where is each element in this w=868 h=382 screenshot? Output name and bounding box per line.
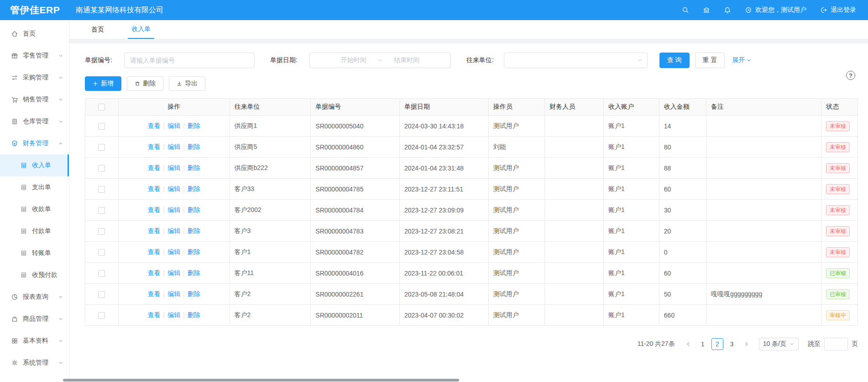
page-number-2-current[interactable]: 2	[711, 338, 723, 350]
view-link[interactable]: 查看	[148, 290, 161, 297]
cell-finance-staff	[545, 158, 604, 179]
logout-button[interactable]: 退出登录	[820, 6, 856, 14]
add-button[interactable]: 新增	[85, 76, 121, 91]
cell-remark	[706, 263, 821, 284]
edit-link[interactable]: 编辑	[167, 122, 180, 129]
horizontal-scrollbar-thumb[interactable]	[63, 379, 459, 382]
view-link[interactable]: 查看	[148, 248, 161, 255]
page-number-1[interactable]: 1	[697, 338, 709, 350]
sidebar-item-warehouse[interactable]: 仓库管理	[0, 111, 69, 133]
row-checkbox[interactable]	[98, 165, 105, 172]
tab-income-bill[interactable]: 收入单	[128, 21, 154, 39]
delete-link[interactable]: 删除	[188, 248, 200, 255]
delete-link[interactable]: 删除	[188, 143, 200, 150]
cell-partner: 供应商5	[230, 137, 311, 158]
sidebar-subitem-receipt-bill[interactable]: 收款单	[0, 198, 69, 220]
sidebar-subitem-transfer-bill[interactable]: 转账单	[0, 242, 69, 264]
delete-link[interactable]: 删除	[188, 164, 200, 171]
row-checkbox[interactable]	[98, 186, 105, 193]
shopping-bag-icon	[11, 315, 18, 323]
sidebar-item-reports[interactable]: 报表查询	[0, 286, 69, 308]
delete-link[interactable]: 删除	[188, 311, 200, 318]
sidebar-item-sales[interactable]: 销售管理	[0, 89, 69, 111]
sidebar-item-goods[interactable]: 商品管理	[0, 308, 69, 330]
document-icon	[20, 184, 27, 191]
view-link[interactable]: 查看	[148, 143, 161, 150]
view-link[interactable]: 查看	[148, 185, 161, 192]
sidebar-item-home[interactable]: 首页	[0, 23, 69, 45]
row-checkbox[interactable]	[98, 123, 105, 130]
partner-label: 往来单位:	[466, 56, 494, 64]
view-link[interactable]: 查看	[148, 227, 161, 234]
tab-home[interactable]: 首页	[88, 21, 108, 39]
cell-account: 账户1	[603, 158, 659, 179]
sidebar-item-system[interactable]: 系统管理	[0, 352, 69, 374]
delete-button[interactable]: 删除	[127, 76, 163, 91]
help-icon[interactable]: ?	[846, 71, 855, 80]
delete-link[interactable]: 删除	[188, 206, 200, 213]
edit-link[interactable]: 编辑	[167, 185, 180, 192]
edit-link[interactable]: 编辑	[167, 290, 180, 297]
edit-link[interactable]: 编辑	[167, 311, 180, 318]
row-checkbox[interactable]	[98, 144, 105, 151]
cell-account: 账户1	[603, 221, 659, 242]
view-link[interactable]: 查看	[148, 269, 161, 276]
expand-filters-link[interactable]: 展开	[732, 56, 752, 64]
sidebar-item-retail[interactable]: 零售管理	[0, 45, 69, 67]
cell-amount: 60	[659, 179, 706, 200]
view-link[interactable]: 查看	[148, 311, 161, 318]
page-size-select[interactable]: 10 条/页	[759, 338, 799, 350]
date-range-picker[interactable]: 开始时间 ~ 结束时间	[309, 53, 451, 68]
export-button[interactable]: 导出	[169, 76, 205, 91]
row-checkbox[interactable]	[98, 249, 105, 256]
chevron-right-icon	[744, 341, 749, 347]
sidebar-subitem-advance-payment[interactable]: 收预付款	[0, 264, 69, 286]
edit-link[interactable]: 编辑	[167, 269, 180, 276]
filter-bar: 单据编号: 单据日期: 开始时间 ~ 结束时间 往来单位: 查 询 重 置 展开	[85, 53, 858, 68]
delete-link[interactable]: 删除	[188, 227, 200, 234]
row-checkbox[interactable]	[98, 291, 105, 298]
row-checkbox[interactable]	[98, 312, 105, 319]
select-all-checkbox[interactable]	[98, 104, 105, 111]
sidebar-subitem-payment-bill[interactable]: 付款单	[0, 220, 69, 242]
delete-link[interactable]: 删除	[188, 122, 200, 129]
welcome-user[interactable]: 欢迎您，测试用户	[745, 6, 806, 14]
horizontal-scrollbar-track	[69, 378, 868, 382]
edit-link[interactable]: 编辑	[167, 206, 180, 213]
view-link[interactable]: 查看	[148, 206, 161, 213]
edit-link[interactable]: 编辑	[167, 227, 180, 234]
sidebar-subitem-expense-bill[interactable]: 支出单	[0, 176, 69, 198]
bank-icon[interactable]	[703, 6, 710, 14]
bill-no-input[interactable]	[124, 53, 255, 68]
col-header-partner: 往来单位	[230, 99, 311, 116]
partner-select[interactable]	[504, 53, 648, 68]
row-checkbox[interactable]	[98, 207, 105, 214]
view-link[interactable]: 查看	[148, 122, 161, 129]
page-number-3[interactable]: 3	[726, 338, 738, 350]
sidebar-item-purchase[interactable]: 采购管理	[0, 67, 69, 89]
edit-link[interactable]: 编辑	[167, 164, 180, 171]
delete-link[interactable]: 删除	[188, 269, 200, 276]
prev-page-button[interactable]	[682, 338, 694, 350]
cell-operator: 测试用户	[488, 200, 545, 221]
divider	[69, 39, 868, 43]
edit-link[interactable]: 编辑	[167, 248, 180, 255]
search-button[interactable]: 查 询	[659, 53, 690, 68]
jump-page-input[interactable]	[824, 338, 848, 350]
search-icon[interactable]	[682, 6, 689, 14]
cell-account: 账户1	[603, 137, 659, 158]
cell-bill-date: 2023-12-27 23:04:58	[400, 242, 489, 263]
sidebar-subitem-income-bill[interactable]: 收入单	[0, 154, 69, 176]
reset-button[interactable]: 重 置	[695, 53, 725, 68]
col-header-bill-date: 单据日期	[400, 99, 489, 116]
delete-link[interactable]: 删除	[188, 290, 200, 297]
sidebar-item-basic-data[interactable]: 基本资料	[0, 330, 69, 352]
edit-link[interactable]: 编辑	[167, 143, 180, 150]
row-checkbox[interactable]	[98, 270, 105, 277]
sidebar-item-finance[interactable]: 财务管理	[0, 133, 69, 154]
bell-icon[interactable]	[724, 6, 731, 14]
view-link[interactable]: 查看	[148, 164, 161, 171]
delete-link[interactable]: 删除	[188, 185, 200, 192]
row-checkbox[interactable]	[98, 228, 105, 235]
next-page-button[interactable]	[741, 338, 753, 350]
